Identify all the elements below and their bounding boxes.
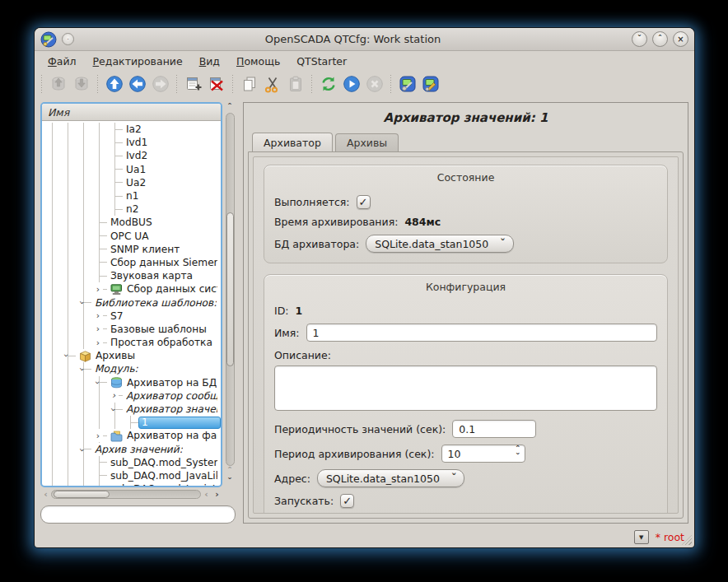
tree-item-body[interactable]: Сбор данных систе <box>107 283 221 296</box>
tree-item-ua1[interactable]: Ua1 <box>42 163 221 176</box>
tree-item-базовые-шаблоны[interactable]: ›Базовые шаблоны <box>42 323 221 336</box>
chevron-collapsed-icon[interactable]: › <box>93 336 103 349</box>
menu-item-qtstarter[interactable]: QTStarter <box>290 54 353 69</box>
tree-item-сбор-данных-siemens[interactable]: Сбор данных Siemens <box>42 256 221 269</box>
back-button[interactable] <box>127 74 147 95</box>
scroll-left2-icon[interactable]: ‹ <box>201 489 212 500</box>
tree-item-body[interactable]: Звуковая карта <box>107 270 221 282</box>
tree-item-body[interactable]: sub_DAQ.mod_System.c <box>107 456 221 468</box>
tab-archives[interactable]: Архивы <box>335 133 399 151</box>
tree-item-ivd2[interactable]: Ivd2 <box>42 149 221 162</box>
tree-expander[interactable]: › <box>76 443 91 456</box>
tree-expander[interactable]: › <box>60 349 76 362</box>
tree-item-body[interactable]: Ua2 <box>123 176 221 189</box>
qtstarter-vision-button[interactable] <box>420 74 441 95</box>
tree-item-opc-ua[interactable]: OPC UA <box>42 230 221 243</box>
tree-item-body[interactable]: Сбор данных Siemens <box>107 256 221 268</box>
vertical-scroll-thumb[interactable] <box>226 212 234 367</box>
tree-expander[interactable]: › <box>91 429 107 442</box>
tree-item-body[interactable]: sub_DAQ.mod_JavaLike <box>107 469 221 482</box>
tree-item-модуль-[interactable]: ›Модуль: <box>42 362 221 375</box>
tree-item-modbus[interactable]: ModBUS <box>42 216 221 229</box>
tree-item-body[interactable]: sub_DAQ.mod_LogicLev <box>107 483 221 486</box>
window-menu-button[interactable]: · <box>62 33 74 45</box>
tree-item-snmp-клиент[interactable]: SNMP клиент <box>42 243 221 256</box>
chevron-collapsed-icon[interactable]: › <box>93 429 103 442</box>
tree-expander[interactable]: › <box>91 323 107 336</box>
scroll-left-icon[interactable]: ‹ <box>40 489 51 500</box>
tree-item-body[interactable]: S7 <box>107 310 221 322</box>
tree-item-body[interactable]: Архиватор на БД <box>107 376 221 389</box>
tree-item-простая-обработка[interactable]: ›Простая обработка <box>42 336 221 349</box>
tree-item-архивы[interactable]: ›Архивы <box>42 349 221 362</box>
horizontal-scroll-thumb[interactable] <box>54 491 110 498</box>
spin-arrows-icon[interactable]: ˆˇ <box>516 446 520 461</box>
running-checkbox[interactable]: ✓ <box>357 195 371 209</box>
tree-expander[interactable]: › <box>91 336 107 349</box>
minimize-button[interactable]: ˇ <box>632 31 647 47</box>
tree-vertical-scrollbar[interactable]: ˆ ˆ ˇ <box>224 102 236 487</box>
tree-item-body[interactable]: n2 <box>123 203 221 216</box>
tree-item-body[interactable]: Ivd1 <box>123 137 221 149</box>
tree-item-body[interactable]: Архив значений: <box>91 443 221 455</box>
tree-filter-input[interactable] <box>40 505 236 524</box>
maximize-button[interactable]: ˆ <box>652 31 668 47</box>
user-dropdown-button[interactable]: ▼ <box>634 530 649 544</box>
tree-item-s7[interactable]: ›S7 <box>42 310 221 323</box>
tab-archiver[interactable]: Архиватор <box>252 133 333 151</box>
tree-item-звуковая-карта[interactable]: Звуковая карта <box>42 269 221 282</box>
tree-item-body[interactable]: SNMP клиент <box>107 243 221 255</box>
qtstarter-config-button[interactable] <box>397 74 418 95</box>
add-item-button[interactable] <box>183 74 203 95</box>
scroll-up2-icon[interactable]: ˆ <box>225 466 236 477</box>
tree-item-sub-daq-mod-logiclev[interactable]: sub_DAQ.mod_LogicLev <box>42 482 221 486</box>
tree-item-body[interactable]: Архиватор на файл <box>107 430 221 442</box>
delete-item-button[interactable] <box>206 74 226 95</box>
chevron-collapsed-icon[interactable]: › <box>93 310 103 323</box>
chevron-collapsed-icon[interactable]: › <box>93 323 103 336</box>
menu-item-file[interactable]: Файл <box>41 54 83 69</box>
tree-item-body[interactable]: Ia2 <box>123 123 221 136</box>
menu-item-help[interactable]: Помощь <box>230 54 287 69</box>
tree-item-архиватор-сообще[interactable]: ›Архиватор сообще <box>42 389 221 403</box>
tree-item-body[interactable]: 1 <box>138 417 221 429</box>
chevron-expanded-icon[interactable]: › <box>107 404 120 414</box>
archiving-period-spinbox[interactable]: 10 ˆˇ <box>441 445 525 463</box>
vertical-scroll-track[interactable] <box>226 113 235 466</box>
tree-item-body[interactable]: OPC UA <box>107 230 221 242</box>
tree-item-sub-daq-mod-system-c[interactable]: sub_DAQ.mod_System.c <box>42 456 221 469</box>
tree-item-архиватор-на-бд[interactable]: ›Архиватор на БД <box>42 376 221 389</box>
horizontal-scroll-track[interactable] <box>51 490 201 499</box>
tree-item-ua2[interactable]: Ua2 <box>42 176 221 189</box>
tree-item-архив-значений-[interactable]: ›Архив значений: <box>42 443 221 456</box>
chevron-expanded-icon[interactable]: › <box>76 297 89 307</box>
tree-item-n1[interactable]: n1 <box>42 189 221 203</box>
copy-button[interactable] <box>239 74 259 95</box>
up-button[interactable] <box>104 74 124 95</box>
chevron-collapsed-icon[interactable]: › <box>109 389 119 403</box>
tree-item-body[interactable]: Модуль: <box>91 363 221 375</box>
tree-item-body[interactable]: n1 <box>123 190 221 203</box>
chevron-expanded-icon[interactable]: › <box>91 378 105 388</box>
tree-item-body[interactable]: Базовые шаблоны <box>107 323 221 335</box>
tree-item-body[interactable]: Библиотека шаблонов: <box>91 296 221 309</box>
chevron-expanded-icon[interactable]: › <box>76 364 89 374</box>
tree-item-сбор-данных-систе[interactable]: ›Сбор данных систе <box>42 282 221 296</box>
tree-item-1[interactable]: 1 <box>42 416 221 429</box>
tree-item-body[interactable]: Ivd2 <box>123 150 221 162</box>
tree-item-ia2[interactable]: Ia2 <box>42 123 221 136</box>
tree-horizontal-scrollbar[interactable]: ‹ ‹ › <box>40 489 222 499</box>
tree-item-sub-daq-mod-javalike[interactable]: sub_DAQ.mod_JavaLike <box>42 469 221 482</box>
tree-item-body[interactable]: ModBUS <box>107 217 221 229</box>
tree-expander[interactable]: › <box>107 403 123 416</box>
name-input[interactable]: 1 <box>306 324 657 342</box>
tree-item-архиватор-значени[interactable]: ›Архиватор значени <box>42 403 221 416</box>
tree-item-архиватор-на-файл[interactable]: ›Архиватор на файл <box>42 429 221 442</box>
tree-item-body[interactable]: Ua1 <box>123 163 221 175</box>
tree-item-n2[interactable]: n2 <box>42 203 221 216</box>
tree-item-библиотека-шаблонов-[interactable]: ›Библиотека шаблонов: <box>42 296 221 309</box>
tree-expander[interactable]: › <box>76 296 91 309</box>
tree-item-ivd1[interactable]: Ivd1 <box>42 136 221 149</box>
tree-expander[interactable]: › <box>91 376 107 389</box>
chevron-expanded-icon[interactable]: › <box>60 351 73 361</box>
